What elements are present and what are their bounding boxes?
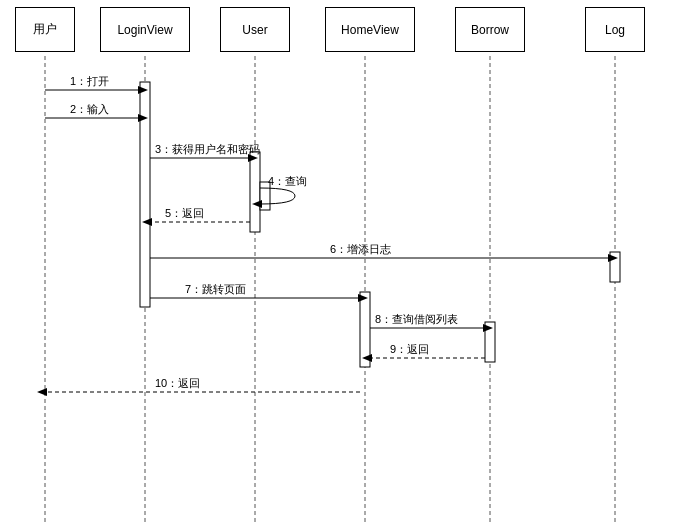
msg7-label: 7：跳转页面	[185, 283, 246, 295]
svg-marker-13	[138, 86, 148, 94]
lifeline-userobj: User	[220, 7, 290, 52]
msg1-label: 1：打开	[70, 75, 109, 87]
svg-marker-17	[248, 154, 258, 162]
svg-rect-6	[140, 82, 150, 307]
svg-marker-24	[358, 294, 368, 302]
msg9-label: 9：返回	[390, 343, 429, 355]
msg6-label: 6：增添日志	[330, 243, 391, 255]
svg-rect-11	[485, 322, 495, 362]
svg-marker-18	[252, 200, 262, 208]
lifeline-homeview: HomeView	[325, 7, 415, 52]
lifeline-borrow: Borrow	[455, 7, 525, 52]
svg-marker-22	[608, 254, 618, 262]
svg-marker-30	[37, 388, 47, 396]
svg-rect-8	[260, 182, 270, 210]
svg-rect-7	[250, 152, 260, 232]
lifeline-loginview: LoginView	[100, 7, 190, 52]
msg8-label: 8：查询借阅列表	[375, 313, 458, 325]
svg-rect-9	[610, 252, 620, 282]
svg-marker-15	[138, 114, 148, 122]
svg-marker-28	[362, 354, 372, 362]
msg5-label: 5：返回	[165, 207, 204, 219]
sequence-diagram: 1：打开 2：输入 3：获得用户名和密码 4：查询 5：返回 6：增添日志 7：…	[0, 0, 673, 522]
lifeline-log: Log	[585, 7, 645, 52]
msg4-label: 4：查询	[268, 175, 307, 187]
msg2-label: 2：输入	[70, 103, 109, 115]
svg-rect-10	[360, 292, 370, 367]
svg-marker-26	[483, 324, 493, 332]
msg3-label: 3：获得用户名和密码	[155, 143, 260, 155]
msg10-label: 10：返回	[155, 377, 200, 389]
svg-marker-20	[142, 218, 152, 226]
diagram-svg: 1：打开 2：输入 3：获得用户名和密码 4：查询 5：返回 6：增添日志 7：…	[0, 0, 673, 522]
lifeline-user: 用户	[15, 7, 75, 52]
